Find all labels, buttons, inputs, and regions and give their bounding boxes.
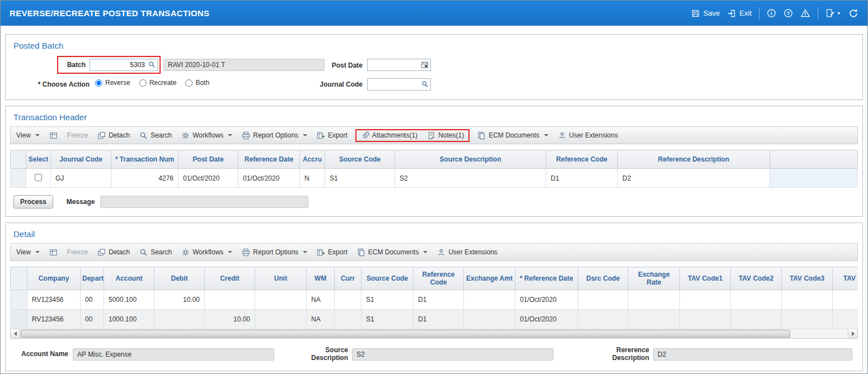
exit-button[interactable]: Exit xyxy=(727,9,752,18)
reference-description-cell: D2 xyxy=(618,169,770,188)
row-header-spacer xyxy=(11,267,27,290)
report-options-icon xyxy=(242,131,250,140)
search-button[interactable]: Search xyxy=(139,248,172,257)
warning-button[interactable] xyxy=(800,8,810,18)
notes-button[interactable]: Notes(1) xyxy=(427,131,464,140)
ecm-documents-menu-button[interactable]: ECM Documents xyxy=(477,131,548,140)
workflows-menu-button[interactable]: Workflows xyxy=(181,131,232,140)
view-menu-button[interactable]: View xyxy=(16,131,40,139)
row-header-cell xyxy=(11,290,27,310)
tav-code1-cell xyxy=(680,310,731,329)
freeze-label: Freeze xyxy=(67,131,88,139)
credit-cell xyxy=(205,290,255,310)
batch-input[interactable] xyxy=(90,59,158,71)
batch-description-field: RAVI 2020-10-01 T xyxy=(163,59,325,71)
tav-code1-cell xyxy=(680,290,731,310)
save-button-label: Save xyxy=(703,9,720,17)
attachments-label: Attachments(1) xyxy=(372,131,417,139)
tav-code4-cell xyxy=(833,290,858,310)
credit-cell: 10.00 xyxy=(205,310,255,329)
detail-table: Company Departm Account Debit Credit Uni… xyxy=(10,267,858,329)
scrollbar-thumb[interactable] xyxy=(21,330,790,338)
table-row[interactable]: GJ 4276 01/Oct/2020 01/Oct/2020 N S1 S2 … xyxy=(11,169,858,188)
freeze-label: Freeze xyxy=(67,248,88,256)
ecm-documents-label: ECM Documents xyxy=(368,248,419,256)
view-menu-button[interactable]: View xyxy=(16,248,40,256)
posted-batch-form: Batch RAVI 2020-10-01 T Post Date * Choo… xyxy=(13,55,855,97)
report-options-icon xyxy=(242,248,250,257)
reference-date-cell: 01/Oct/2020 xyxy=(515,310,578,329)
export-label: Export xyxy=(328,131,348,139)
chevron-down-icon xyxy=(423,251,428,253)
scroll-left-button[interactable] xyxy=(11,329,20,338)
ecm-documents-menu-button[interactable]: ECM Documents xyxy=(357,248,428,257)
save-button[interactable]: Save xyxy=(691,9,720,18)
row-header-cell xyxy=(11,169,26,188)
wm-cell: NA xyxy=(307,290,335,310)
app-titlebar: REVERSE/RECREATE POSTED TRANSACTIONS Sav… xyxy=(1,1,867,26)
col-tav-code1: TAV Code1 xyxy=(680,267,731,290)
reverse-radio[interactable] xyxy=(95,79,102,87)
workflows-menu-button[interactable]: Workflows xyxy=(181,248,232,257)
source-code-cell: S1 xyxy=(362,310,414,329)
detach-button[interactable]: Detach xyxy=(97,131,130,140)
col-dsrc-code: Dsrc Code xyxy=(578,267,628,290)
col-company: Company xyxy=(27,267,81,290)
batch-field-highlight: Batch xyxy=(57,56,161,74)
department-cell: 00 xyxy=(81,290,104,310)
row-select-checkbox[interactable] xyxy=(35,174,42,181)
company-cell: RV123456 xyxy=(27,290,81,310)
page-actions-menu-button[interactable] xyxy=(825,8,841,18)
attachments-button[interactable]: Attachments(1) xyxy=(361,131,417,140)
process-button[interactable]: Process xyxy=(13,195,53,209)
export-button[interactable]: Export xyxy=(317,248,348,257)
col-accru: Accru xyxy=(300,150,325,169)
col-reference-code: Reference Code xyxy=(414,267,464,290)
search-button[interactable]: Search xyxy=(139,131,172,140)
detach-label: Detach xyxy=(109,131,130,139)
col-debit: Debit xyxy=(154,267,205,290)
info-button[interactable] xyxy=(767,8,776,18)
scroll-right-button[interactable] xyxy=(848,329,857,338)
export-label: Export xyxy=(328,248,348,256)
help-button[interactable]: ? xyxy=(783,8,793,18)
workflows-label: Workflows xyxy=(193,131,223,139)
action-radio-recreate[interactable]: Recreate xyxy=(139,79,177,87)
report-options-menu-button[interactable]: Report Options xyxy=(242,131,307,140)
batch-search-icon[interactable] xyxy=(148,61,156,70)
export-button[interactable]: Export xyxy=(317,131,348,140)
table-row[interactable]: RV123456 00 5000.100 10.00 NA S1 D1 01/O… xyxy=(11,290,858,310)
chevron-down-icon xyxy=(303,251,307,253)
message-label: Message xyxy=(67,198,95,206)
save-icon xyxy=(691,9,700,18)
action-radio-reverse[interactable]: Reverse xyxy=(95,79,130,87)
calendar-icon[interactable] xyxy=(421,61,429,70)
both-radio[interactable] xyxy=(185,79,193,87)
scrollbar-track[interactable] xyxy=(20,329,848,338)
batch-field xyxy=(90,59,158,71)
message-field xyxy=(100,196,308,208)
horizontal-scrollbar[interactable] xyxy=(10,329,858,339)
detach-button[interactable]: Detach xyxy=(97,248,130,257)
user-extensions-button[interactable]: User Extensions xyxy=(437,248,497,257)
refresh-button[interactable] xyxy=(848,8,858,18)
query-by-example-button[interactable] xyxy=(49,248,58,257)
curr-cell xyxy=(335,310,362,329)
recreate-radio[interactable] xyxy=(139,79,147,87)
transaction-header-table-wrap: Select Journal Code * Transaction Num Po… xyxy=(10,150,858,188)
transaction-header-header-row: Select Journal Code * Transaction Num Po… xyxy=(11,150,858,169)
journal-code-search-icon[interactable] xyxy=(421,81,429,89)
detach-icon xyxy=(97,131,106,140)
user-extensions-button[interactable]: User Extensions xyxy=(558,131,618,140)
refresh-icon xyxy=(848,8,858,18)
col-transaction-num: * Transaction Num xyxy=(111,150,179,169)
tav-code4-cell xyxy=(833,310,858,329)
query-by-example-button[interactable] xyxy=(49,131,58,140)
view-menu-label: View xyxy=(16,248,31,256)
action-radio-both[interactable]: Both xyxy=(185,79,209,87)
col-reference-date: * Reference Date xyxy=(515,267,578,290)
notes-label: Notes(1) xyxy=(438,131,464,139)
table-row[interactable]: RV123456 00 1000.100 10.00 NA S1 D1 01/O… xyxy=(11,310,858,329)
scroll-right-icon xyxy=(852,332,855,336)
report-options-menu-button[interactable]: Report Options xyxy=(242,248,307,257)
